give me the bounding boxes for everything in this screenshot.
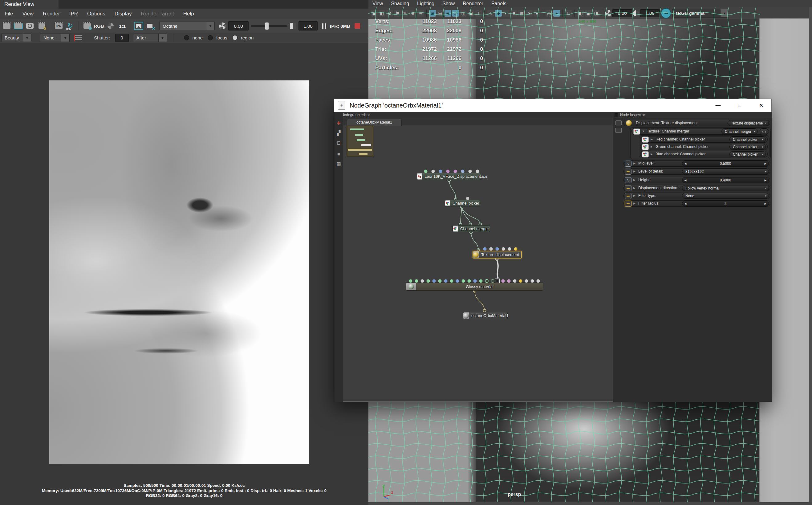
slider-left-arrow-icon[interactable]: ◀ [682,179,688,182]
expand-caret-icon[interactable]: ▶ [633,160,635,167]
snapshot-button[interactable] [25,22,34,30]
layout-icon[interactable] [615,121,622,125]
spread-nodes-icon[interactable]: ▞ [334,129,343,137]
render-settings-button[interactable]: ⚙ [82,22,92,30]
collapse-caret-icon[interactable]: ▼ [642,128,645,135]
ipr-refresh-button[interactable]: ↻ IPR [66,22,75,30]
rgb-image-icon [445,200,450,206]
displacement-direction-dropdown[interactable]: Follow vertex normal▾ [682,185,769,191]
menu-show[interactable]: Show [438,0,459,7]
layers-icon[interactable] [615,128,622,133]
radio-none-label: none [193,35,203,40]
level-of-detail-dropdown[interactable]: 8192x8192▾ [682,169,769,174]
slider-right-arrow-icon[interactable]: ▶ [762,162,769,165]
node-label: Channel picker [450,200,482,206]
navigate-icon[interactable]: ✚ [334,119,343,127]
gamma-icon[interactable] [290,23,296,29]
menu-options[interactable]: Options [82,9,110,19]
exposure-field[interactable]: 0.00 [228,21,249,30]
menu-display[interactable]: Display [110,9,137,19]
slider-knob[interactable] [265,22,269,30]
enum-icon-selected [625,201,631,207]
close-button[interactable]: ✕ [750,99,772,112]
gamma-field[interactable]: 1.00 [298,21,318,30]
filter-type-dropdown[interactable]: None▾ [682,193,769,199]
menu-help[interactable]: Help [179,9,199,19]
window-titlebar[interactable]: ⚙ NodeGraph 'octaneOrbxMaterial1' — □ ✕ [334,99,771,112]
filter-radius-slider[interactable]: ◀ 2 ▶ [682,201,769,206]
node-ports[interactable] [473,247,523,251]
menu-view[interactable]: View [18,9,38,19]
exposure-slider[interactable] [251,25,287,27]
ipr-render-button[interactable]: IPR [54,22,63,30]
node-ports[interactable] [406,279,544,283]
node-channel-merger[interactable]: Channel merger [452,225,490,232]
one-to-one-button[interactable]: 1:1 [118,22,127,30]
menu-shading[interactable]: Shading [387,0,413,7]
expand-caret-icon[interactable]: ▶ [633,200,635,207]
expand-caret-icon[interactable]: ▶ [633,177,635,183]
aperture-icon[interactable] [219,22,226,29]
height-slider[interactable]: ◀ 0.4000 ▶ [682,177,769,183]
expand-caret-icon[interactable]: ▶ [633,168,635,175]
remove-image-button[interactable]: ✕ [145,22,154,30]
menu-renderer[interactable]: Renderer [459,0,487,7]
radio-none[interactable] [184,35,189,40]
aov-layers-icon[interactable] [74,35,82,41]
green-channel-dropdown[interactable]: Channel picker▾ [730,144,766,150]
preview-eye-button[interactable] [760,129,768,135]
expand-caret-icon[interactable]: ▶ [633,193,635,199]
pause-ipr-button[interactable] [322,23,326,29]
render-button[interactable] [2,22,11,30]
menu-render[interactable]: Render [38,9,65,19]
slider-right-arrow-icon[interactable]: ▶ [762,202,769,205]
menu-file[interactable]: File [0,9,18,19]
node-octaneorbxmaterial1[interactable]: octaneOrbxMaterial1 [463,312,508,319]
frame-nodes-icon[interactable]: ⊡ [334,139,343,147]
menu-panels[interactable]: Panels [487,0,511,7]
pass-dropdown[interactable]: Beauty ▼ [1,34,31,42]
render-sequence-button[interactable]: S [37,22,46,30]
displacement-type-dropdown[interactable]: Texture displacement▾ [728,120,769,126]
menu-view[interactable]: View [368,0,387,7]
snap-grid-icon[interactable]: ≡ [334,150,343,158]
texture-icon [642,137,649,143]
node-ports[interactable] [417,169,481,173]
keep-image-button[interactable] [135,22,143,29]
display-rgb-channels-button[interactable]: RGB [94,22,104,30]
grid-settings-icon[interactable]: ▦ [334,160,343,168]
slider-right-arrow-icon[interactable]: ▶ [762,179,769,182]
node-glossy-material[interactable]: Glossy material [406,283,543,291]
chevron-down-icon: ▾ [760,153,766,156]
expand-caret-icon[interactable]: ▶ [651,136,653,143]
redo-previous-render-button[interactable] [14,22,23,30]
menu-lighting[interactable]: Lighting [413,0,438,7]
blue-channel-dropdown[interactable]: Channel picker▾ [730,151,766,157]
texture-type-dropdown[interactable]: Channel merger▾ [722,129,758,134]
slider-left-arrow-icon[interactable]: ◀ [682,202,688,205]
minimize-button[interactable]: — [707,99,729,112]
motion-dropdown[interactable]: After ▼ [133,34,167,42]
shutter-field[interactable]: 0 [115,34,129,42]
node-channel-picker[interactable]: Channel picker [445,200,480,206]
node-texture-displacement[interactable]: Texture displacement [472,251,522,259]
radio-region[interactable] [232,35,237,40]
node-image-texture[interactable]: Leon16K_VFace_Displacement.exr [417,173,481,180]
panel-checkbox-icon[interactable] [615,113,618,117]
display-alpha-button[interactable] [106,22,115,30]
aov-dropdown[interactable]: None ▼ [40,34,70,42]
expand-caret-icon[interactable]: ▶ [633,185,635,191]
expand-caret-icon[interactable]: ▶ [651,151,653,157]
node-canvas[interactable]: octaneOrbxMaterial1 [343,118,613,399]
record-region-button[interactable] [355,23,360,29]
maximize-button[interactable]: □ [729,99,750,112]
rendered-image [49,80,309,464]
radio-focus[interactable] [208,35,213,40]
red-channel-dropdown[interactable]: Channel picker▾ [730,137,766,142]
mid-level-slider[interactable]: ◀ 0.5000 ▶ [682,161,769,166]
menu-ipr[interactable]: IPR [65,9,82,19]
slider-value: 0.5000 [688,161,762,166]
renderer-dropdown[interactable]: Octane ▼ [159,22,215,30]
slider-left-arrow-icon[interactable]: ◀ [682,162,688,165]
expand-caret-icon[interactable]: ▶ [651,144,653,150]
